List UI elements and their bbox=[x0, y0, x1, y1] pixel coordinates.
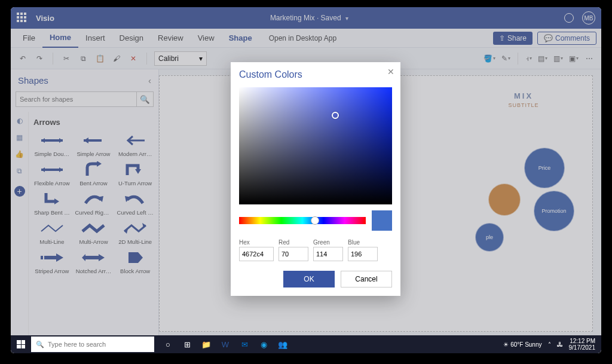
hex-input[interactable] bbox=[239, 247, 274, 261]
color-preview-swatch bbox=[372, 210, 392, 231]
cancel-button[interactable]: Cancel bbox=[341, 271, 392, 287]
start-button[interactable] bbox=[11, 335, 31, 353]
cortana-icon[interactable]: ○ bbox=[160, 337, 176, 352]
network-icon[interactable]: 🖧 bbox=[557, 341, 563, 348]
green-label: Green bbox=[313, 239, 343, 246]
custom-colors-dialog: ✕ Custom Colors Hex Red Green Blue OK Ca… bbox=[231, 62, 400, 296]
teams-icon[interactable]: 👥 bbox=[275, 337, 290, 352]
hue-thumb[interactable] bbox=[311, 216, 319, 225]
taskbar-search[interactable]: 🔍 Type here to search bbox=[31, 337, 154, 352]
dialog-title: Custom Colors bbox=[239, 69, 392, 80]
tray-chevron-icon[interactable]: ˄ bbox=[548, 341, 551, 348]
clock[interactable]: 12:12 PM 9/17/2021 bbox=[569, 338, 596, 351]
weather-widget[interactable]: ☀ 60°F Sunny bbox=[503, 341, 541, 348]
red-label: Red bbox=[279, 239, 308, 246]
color-cursor[interactable] bbox=[332, 112, 339, 119]
green-input[interactable] bbox=[313, 247, 343, 261]
windows-taskbar: 🔍 Type here to search ○ ⊞ 📁 W ✉ ◉ 👥 ☀ 60… bbox=[11, 335, 601, 353]
outlook-icon[interactable]: ✉ bbox=[237, 337, 252, 352]
hue-slider[interactable] bbox=[239, 217, 366, 224]
file-explorer-icon[interactable]: 📁 bbox=[198, 337, 214, 352]
word-icon[interactable]: W bbox=[218, 337, 233, 352]
hex-label: Hex bbox=[239, 239, 274, 246]
red-input[interactable] bbox=[279, 247, 308, 261]
close-icon[interactable]: ✕ bbox=[387, 67, 394, 77]
ok-button[interactable]: OK bbox=[283, 271, 335, 287]
blue-label: Blue bbox=[348, 239, 378, 246]
search-icon: 🔍 bbox=[36, 341, 44, 348]
edge-icon[interactable]: ◉ bbox=[256, 337, 271, 352]
saturation-value-picker[interactable] bbox=[239, 87, 392, 204]
blue-input[interactable] bbox=[348, 247, 378, 261]
task-view-icon[interactable]: ⊞ bbox=[179, 337, 195, 352]
